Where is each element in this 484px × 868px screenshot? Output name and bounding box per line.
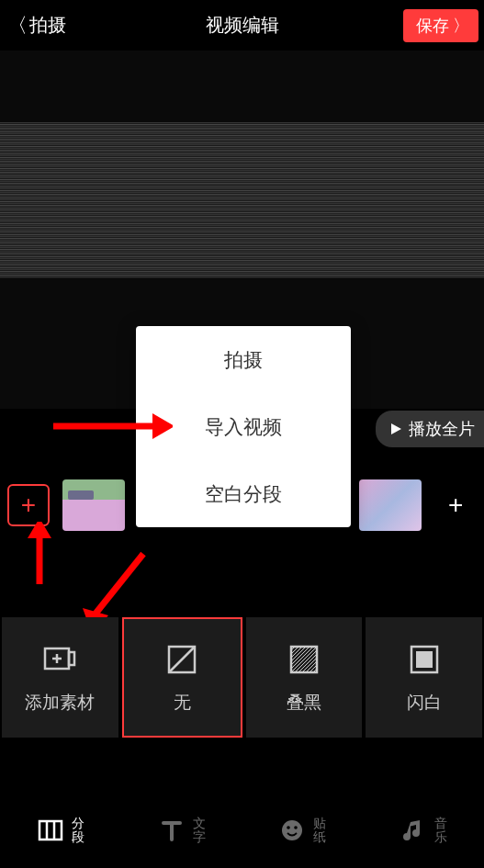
add-clip-button[interactable]: + — [7, 484, 50, 526]
menu-item-import-video[interactable]: 导入视频 — [136, 393, 351, 460]
music-icon — [400, 817, 427, 844]
nav-label: 贴纸 — [313, 817, 326, 845]
nav-sticker[interactable]: 贴纸 — [242, 817, 364, 845]
sticker-icon — [278, 817, 306, 844]
effect-flash-white[interactable]: 闪白 — [366, 617, 482, 738]
effect-label: 闪白 — [407, 691, 442, 715]
add-clip-button-right[interactable]: + — [434, 484, 477, 526]
play-full-label: 播放全片 — [409, 418, 475, 440]
effect-label: 添加素材 — [25, 691, 95, 715]
nav-label: 分段 — [72, 817, 84, 845]
overlay-black-icon — [286, 641, 322, 678]
none-icon — [163, 641, 200, 678]
page-title: 视频编辑 — [206, 13, 279, 38]
effect-label: 叠黑 — [287, 691, 321, 715]
text-icon — [158, 817, 186, 844]
nav-segment[interactable]: 分段 — [0, 817, 121, 845]
effect-overlay-black[interactable]: 叠黑 — [246, 617, 363, 738]
svg-rect-9 — [69, 652, 74, 665]
clip-thumbnail[interactable] — [359, 479, 422, 531]
menu-item-shoot[interactable]: 拍摄 — [136, 326, 351, 393]
add-material-icon — [41, 641, 78, 678]
preview-frame — [0, 122, 484, 278]
chevron-right-icon: 〉 — [453, 15, 469, 37]
plus-icon: + — [448, 490, 463, 520]
plus-icon: + — [21, 490, 36, 520]
play-icon — [388, 422, 403, 436]
effect-add-material[interactable]: 添加素材 — [2, 617, 118, 738]
top-bar: 〈 拍摄 视频编辑 保存 〉 — [0, 0, 484, 51]
svg-line-4 — [96, 554, 143, 614]
effect-none[interactable]: 无 — [122, 617, 242, 738]
transition-effects-row: 添加素材 无 叠黑 闪白 — [0, 615, 484, 739]
nav-label: 音乐 — [434, 817, 447, 845]
svg-rect-12 — [291, 647, 317, 672]
svg-rect-15 — [39, 821, 62, 840]
clip-thumbnail[interactable] — [62, 479, 125, 531]
svg-point-18 — [282, 820, 302, 840]
svg-rect-14 — [416, 651, 433, 668]
save-label: 保存 — [416, 15, 449, 37]
effect-label: 无 — [174, 691, 191, 715]
play-full-button[interactable]: 播放全片 — [376, 411, 484, 447]
svg-line-11 — [169, 647, 195, 672]
nav-text[interactable]: 文字 — [121, 817, 242, 845]
nav-music[interactable]: 音乐 — [363, 817, 484, 845]
svg-point-19 — [287, 826, 291, 829]
segment-icon — [37, 817, 64, 844]
menu-item-blank-segment[interactable]: 空白分段 — [136, 460, 351, 527]
flash-white-icon — [406, 641, 443, 678]
nav-label: 文字 — [193, 817, 206, 845]
back-label: 拍摄 — [29, 13, 66, 38]
back-button[interactable]: 〈 拍摄 — [7, 12, 66, 39]
add-source-menu: 拍摄 导入视频 空白分段 — [136, 326, 351, 527]
svg-point-20 — [295, 826, 298, 829]
chevron-left-icon: 〈 — [7, 12, 28, 39]
bottom-nav: 分段 文字 贴纸 音乐 — [0, 793, 484, 868]
save-button[interactable]: 保存 〉 — [403, 9, 478, 42]
